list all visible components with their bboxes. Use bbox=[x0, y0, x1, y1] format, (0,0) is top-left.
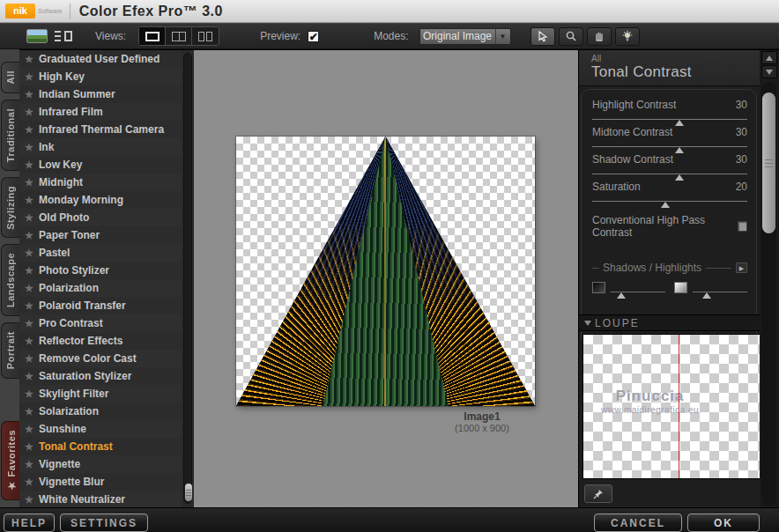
favorite-star-icon[interactable]: ★ bbox=[19, 107, 39, 118]
filter-item[interactable]: ★Tonal Contrast bbox=[19, 438, 182, 455]
favorite-star-icon[interactable]: ★ bbox=[19, 459, 39, 470]
scroll-thumb[interactable] bbox=[185, 484, 192, 501]
favorite-star-icon[interactable]: ★ bbox=[19, 195, 39, 206]
filter-item[interactable]: ★Infrared Film bbox=[19, 103, 182, 121]
thumbnail-view-icon[interactable] bbox=[26, 29, 48, 43]
modes-dropdown[interactable]: Original Image ▼ bbox=[419, 28, 511, 45]
filter-item[interactable]: ★Pro Contrast bbox=[19, 314, 182, 332]
slider-handle[interactable] bbox=[702, 292, 711, 299]
favorite-star-icon[interactable]: ★ bbox=[19, 371, 39, 382]
preview-image[interactable] bbox=[236, 137, 535, 406]
cancel-button[interactable]: CANCEL bbox=[594, 514, 682, 532]
favorite-star-icon[interactable]: ★ bbox=[19, 177, 39, 188]
filter-item[interactable]: ★Vignette bbox=[19, 455, 182, 473]
preview-checkbox[interactable]: ✔ bbox=[308, 31, 319, 42]
slider-track[interactable] bbox=[592, 138, 747, 147]
filter-item[interactable]: ★Remove Color Cast bbox=[19, 350, 182, 367]
list-view-icon[interactable] bbox=[55, 29, 72, 43]
filter-item[interactable]: ★Saturation Stylizer bbox=[19, 367, 182, 385]
filter-item[interactable]: ★Vignette Blur bbox=[19, 473, 182, 491]
slider-highlight-contrast: Highlight Contrast30 bbox=[592, 99, 747, 120]
filter-item[interactable]: ★Ink bbox=[19, 138, 182, 156]
slider-handle[interactable] bbox=[661, 202, 670, 208]
ok-button[interactable]: OK bbox=[687, 514, 760, 532]
loupe-header[interactable]: LOUPE bbox=[579, 314, 778, 331]
high-pass-checkbox[interactable] bbox=[738, 221, 747, 232]
favorite-star-icon[interactable]: ★ bbox=[19, 248, 39, 259]
filter-item[interactable]: ★Skylight Filter bbox=[19, 385, 182, 403]
filter-item[interactable]: ★Monday Morning bbox=[19, 191, 182, 209]
favorite-star-icon[interactable]: ★ bbox=[19, 477, 39, 488]
slider-handle[interactable] bbox=[675, 174, 684, 181]
filter-list-scrollbar[interactable] bbox=[182, 49, 194, 507]
filter-item[interactable]: ★Pastel bbox=[19, 244, 182, 262]
slider-track[interactable] bbox=[592, 193, 747, 202]
tab-favorites[interactable]: ★ Favorites bbox=[1, 421, 19, 500]
favorite-star-icon[interactable]: ★ bbox=[19, 89, 39, 100]
panel-scrollbar[interactable] bbox=[760, 49, 779, 507]
filter-item[interactable]: ★Reflector Effects bbox=[19, 332, 182, 350]
cursor-tool-button[interactable] bbox=[530, 27, 555, 46]
tab-traditional[interactable]: Traditional bbox=[1, 100, 19, 171]
favorite-star-icon[interactable]: ★ bbox=[19, 494, 39, 506]
filter-item[interactable]: ★Paper Toner bbox=[19, 226, 182, 244]
tab-landscape[interactable]: Landscape bbox=[1, 244, 19, 316]
filter-item[interactable]: ★Old Photo bbox=[19, 209, 182, 226]
lightbulb-tool-button[interactable] bbox=[615, 27, 640, 46]
favorite-star-icon[interactable]: ★ bbox=[19, 388, 39, 400]
favorite-star-icon[interactable]: ★ bbox=[19, 406, 39, 417]
filter-item[interactable]: ★Graduated User Defined bbox=[19, 50, 182, 68]
zoom-tool-button[interactable] bbox=[559, 27, 583, 46]
favorite-star-icon[interactable]: ★ bbox=[19, 353, 39, 365]
side-by-side-view-button[interactable] bbox=[192, 27, 219, 45]
scroll-track[interactable] bbox=[761, 82, 776, 506]
slider-handle[interactable] bbox=[617, 292, 626, 299]
favorite-star-icon[interactable]: ★ bbox=[19, 71, 39, 83]
help-button[interactable]: HELP bbox=[4, 514, 55, 532]
filter-item[interactable]: ★Sunshine bbox=[19, 420, 182, 438]
filter-item[interactable]: ★Photo Stylizer bbox=[19, 262, 182, 279]
favorite-star-icon[interactable]: ★ bbox=[19, 336, 39, 347]
filter-item[interactable]: ★Solarization bbox=[19, 403, 182, 420]
tab-portrait[interactable]: Portrait bbox=[1, 322, 19, 378]
favorite-star-icon[interactable]: ★ bbox=[19, 300, 39, 312]
hand-tool-button[interactable] bbox=[587, 27, 612, 46]
pin-loupe-button[interactable] bbox=[584, 484, 612, 503]
single-view-button[interactable] bbox=[139, 27, 166, 45]
favorite-star-icon[interactable]: ★ bbox=[19, 54, 39, 65]
favorite-star-icon[interactable]: ★ bbox=[19, 212, 39, 224]
favorite-star-icon[interactable]: ★ bbox=[19, 124, 39, 136]
loupe-preview[interactable]: Pinuccia www.maidiregrafica.eu bbox=[582, 334, 775, 479]
favorite-star-icon[interactable]: ★ bbox=[19, 230, 39, 241]
scroll-track[interactable] bbox=[183, 53, 192, 504]
filter-item[interactable]: ★Indian Summer bbox=[19, 85, 182, 103]
slider-track[interactable] bbox=[592, 111, 747, 120]
slider-track[interactable] bbox=[592, 166, 747, 174]
settings-button[interactable]: SETTINGS bbox=[60, 514, 148, 532]
favorite-star-icon[interactable]: ★ bbox=[19, 159, 39, 171]
favorite-star-icon[interactable]: ★ bbox=[19, 142, 39, 153]
filter-item[interactable]: ★Polarization bbox=[19, 279, 182, 297]
tab-stylizing[interactable]: Stylizing bbox=[1, 177, 19, 239]
favorite-star-icon[interactable]: ★ bbox=[19, 265, 39, 277]
filter-item[interactable]: ★High Key bbox=[19, 68, 182, 85]
slider-handle[interactable] bbox=[675, 147, 684, 153]
filter-item[interactable]: ★Low Key bbox=[19, 156, 182, 174]
scroll-up-button[interactable] bbox=[761, 51, 777, 64]
favorite-star-icon[interactable]: ★ bbox=[19, 424, 39, 435]
split-view-button[interactable] bbox=[166, 27, 192, 45]
tab-all[interactable]: All bbox=[1, 62, 19, 93]
scroll-down-button[interactable] bbox=[761, 65, 777, 78]
filter-item[interactable]: ★Polaroid Transfer bbox=[19, 297, 182, 314]
scroll-thumb[interactable] bbox=[762, 92, 775, 233]
filter-item[interactable]: ★Midnight bbox=[19, 174, 182, 191]
slider-track[interactable] bbox=[693, 284, 747, 292]
filter-item[interactable]: ★White Neutralizer bbox=[19, 491, 182, 507]
favorite-star-icon[interactable]: ★ bbox=[19, 318, 39, 329]
filter-item[interactable]: ★Infrared Thermal Camera bbox=[19, 121, 182, 138]
expand-icon[interactable]: ▶ bbox=[736, 262, 747, 273]
favorite-star-icon[interactable]: ★ bbox=[19, 441, 39, 453]
favorite-star-icon[interactable]: ★ bbox=[19, 283, 39, 294]
slider-handle[interactable] bbox=[675, 120, 684, 126]
slider-track[interactable] bbox=[611, 284, 665, 292]
